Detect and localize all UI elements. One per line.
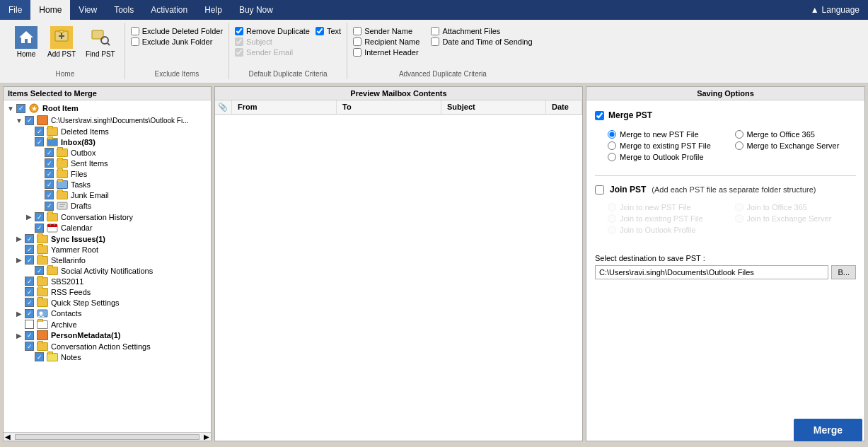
home-button[interactable]: Home [11, 24, 41, 60]
list-item[interactable]: Notes [5, 352, 209, 362]
tree-checkbox[interactable] [25, 342, 34, 351]
merge-new-pst-option[interactable]: Merge to new PST File [608, 130, 729, 139]
menu-activation[interactable]: Activation [142, 0, 196, 20]
tree-checkbox[interactable] [25, 287, 34, 296]
list-item[interactable]: Junk Email [5, 190, 209, 200]
from-col-header[interactable]: From [232, 100, 337, 114]
join-pst-checkbox[interactable] [595, 185, 604, 195]
list-item[interactable]: Yammer Root [5, 244, 209, 255]
list-item[interactable]: Drafts [5, 200, 209, 211]
exclude-junk-checkbox[interactable] [131, 37, 139, 46]
recipient-name-checkbox[interactable] [353, 37, 361, 46]
tree-checkbox[interactable] [45, 190, 54, 199]
tree-checkbox[interactable] [45, 169, 54, 178]
merge-button[interactable]: Merge [794, 419, 862, 441]
expand-icon[interactable]: ▶ [25, 213, 33, 221]
exclude-deleted-checkbox[interactable] [131, 27, 139, 35]
attachment-files-label[interactable]: Attachment Files [431, 27, 532, 35]
to-col-header[interactable]: To [337, 100, 441, 114]
list-item[interactable]: ▶ Sync Issues(1) [5, 233, 209, 244]
list-item[interactable]: ▶ Conversation History [5, 211, 209, 222]
list-item[interactable]: ▼ C:\Users\ravi.singh\Documents\Outlook … [5, 115, 209, 126]
menu-view[interactable]: View [70, 0, 105, 20]
expand-icon[interactable]: ▶ [15, 309, 23, 318]
remove-dup-label[interactable]: Remove Duplicate Text [235, 27, 341, 35]
menu-buynow[interactable]: Buy Now [231, 0, 282, 20]
menu-tools[interactable]: Tools [105, 0, 142, 20]
tree-checkbox[interactable] [25, 277, 34, 286]
expand-icon[interactable]: ▶ [15, 235, 23, 243]
sender-name-label[interactable]: Sender Name [353, 27, 419, 35]
list-item[interactable]: ▼ ★ Root Item [5, 102, 209, 115]
tree-checkbox[interactable] [25, 298, 34, 307]
internet-header-label[interactable]: Internet Header [353, 48, 419, 57]
browse-button[interactable]: B... [831, 265, 856, 279]
tree-checkbox[interactable] [25, 255, 34, 265]
menu-help[interactable]: Help [196, 0, 231, 20]
list-item[interactable]: SBS2011 [5, 276, 209, 286]
list-item[interactable]: ▶ Stellarinfo [5, 255, 209, 265]
tree-checkbox[interactable] [16, 104, 25, 113]
add-pst-button[interactable]: Add PST [44, 24, 79, 60]
list-item[interactable]: ▶ PersonMetadata(1) [5, 330, 209, 341]
date-col-header[interactable]: Date [546, 100, 582, 114]
exclude-deleted-label[interactable]: Exclude Deleted Folder [131, 27, 223, 35]
expand-icon[interactable]: ▼ [15, 116, 23, 124]
tree-checkbox[interactable] [35, 137, 44, 146]
tree-checkbox[interactable] [45, 158, 54, 168]
list-item[interactable]: Sent Items [5, 158, 209, 168]
list-item[interactable]: RSS Feeds [5, 286, 209, 297]
merge-outlook-option[interactable]: Merge to Outlook Profile [608, 153, 729, 161]
sender-name-checkbox[interactable] [353, 27, 361, 35]
tree-checkbox[interactable] [45, 180, 54, 189]
list-item[interactable]: Social Activity Notifications [5, 265, 209, 276]
menu-home[interactable]: Home [30, 0, 70, 20]
recipient-name-label[interactable]: Recipient Name [353, 37, 419, 46]
list-item[interactable]: Conversation Action Settings [5, 341, 209, 352]
scroll-left-btn[interactable]: ◀ [4, 433, 12, 441]
destination-input[interactable] [595, 265, 828, 279]
date-time-label[interactable]: Date and Time of Sending [431, 37, 532, 46]
horizontal-scrollbar-area[interactable]: ◀ ▶ [4, 432, 211, 441]
list-item[interactable]: Archive [5, 319, 209, 330]
join-pst-label[interactable]: Join PST [610, 185, 646, 195]
expand-icon[interactable]: ▼ [6, 104, 15, 112]
list-item[interactable]: Calendar [5, 222, 209, 233]
merge-pst-label[interactable]: Merge PST [608, 110, 652, 120]
attachment-checkbox[interactable] [431, 27, 439, 35]
tree-checkbox[interactable] [25, 116, 34, 125]
remove-dup-checkbox[interactable] [235, 27, 243, 35]
tree-checkbox[interactable] [25, 245, 34, 254]
tree-checkbox[interactable] [35, 352, 44, 361]
list-item[interactable]: Quick Step Settings [5, 297, 209, 308]
expand-icon[interactable]: ▶ [15, 331, 23, 339]
merge-pst-checkbox[interactable] [595, 111, 604, 120]
tree-checkbox[interactable] [35, 127, 44, 136]
language-button[interactable]: ▲ Language [802, 2, 868, 18]
text-checkbox[interactable] [316, 27, 324, 35]
tree-checkbox[interactable] [25, 320, 34, 329]
tree-checkbox[interactable] [35, 224, 44, 233]
tree-checkbox[interactable] [35, 266, 44, 275]
list-item[interactable]: Outbox [5, 147, 209, 158]
horizontal-scrollbar[interactable] [15, 434, 199, 440]
merge-exchange-option[interactable]: Merge to Exchange Server [735, 141, 857, 150]
menu-file[interactable]: File [0, 0, 30, 20]
datetime-checkbox[interactable] [431, 37, 439, 46]
list-item[interactable]: ▶ Contacts [5, 308, 209, 319]
list-item[interactable]: Tasks [5, 179, 209, 190]
internet-header-checkbox[interactable] [353, 48, 361, 57]
tree-checkbox[interactable] [35, 212, 44, 221]
list-item[interactable]: Files [5, 168, 209, 179]
scroll-right-btn[interactable]: ▶ [202, 433, 211, 441]
merge-existing-pst-option[interactable]: Merge to existing PST File [608, 141, 729, 150]
tree-checkbox[interactable] [25, 234, 34, 243]
tree-checkbox[interactable] [45, 202, 54, 211]
exclude-junk-label[interactable]: Exclude Junk Folder [131, 37, 223, 46]
list-item[interactable]: Inbox(83) [5, 137, 209, 147]
tree-checkbox[interactable] [45, 148, 54, 157]
find-pst-button[interactable]: Find PST [82, 24, 119, 60]
subject-col-header[interactable]: Subject [441, 100, 546, 114]
tree-checkbox[interactable] [25, 309, 34, 318]
tree-checkbox[interactable] [25, 331, 34, 340]
